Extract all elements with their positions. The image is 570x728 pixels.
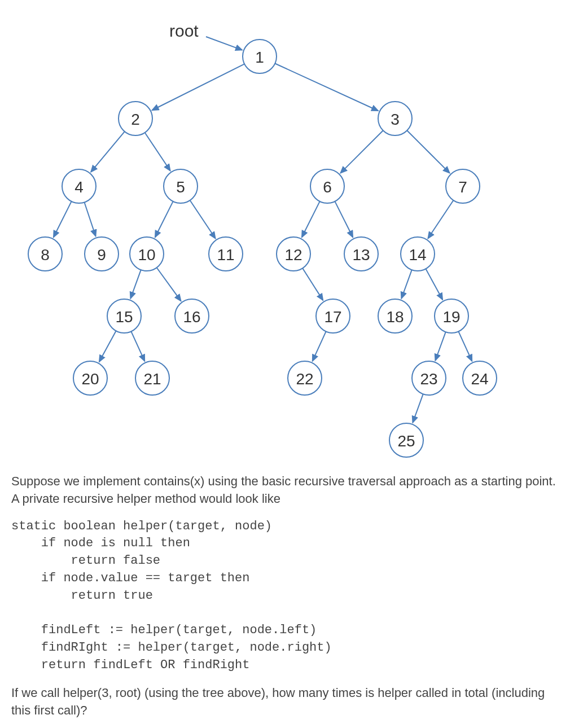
tree-node: 25: [389, 423, 423, 457]
node-value: 2: [131, 111, 140, 128]
tree-node: 10: [130, 237, 164, 271]
node-value: 15: [115, 308, 133, 326]
node-value: 8: [41, 246, 50, 264]
tree-edge: [407, 130, 449, 173]
node-value: 17: [324, 308, 341, 326]
tree-edge: [130, 270, 141, 299]
tree-node: 3: [378, 102, 412, 135]
node-value: 1: [255, 49, 264, 66]
tree-edge: [99, 331, 116, 362]
tree-node: 24: [463, 361, 497, 395]
nodes-group: 1234567891011121314151617181920212223242…: [28, 40, 497, 457]
node-value: 20: [81, 370, 99, 388]
tree-edge: [313, 331, 326, 361]
node-value: 24: [471, 370, 488, 388]
tree-edge: [84, 202, 95, 236]
tree-node: 15: [107, 299, 141, 333]
tree-edge: [401, 270, 411, 299]
tree-node: 16: [175, 299, 209, 333]
edges-group: [54, 37, 472, 423]
node-value: 9: [97, 246, 106, 264]
tree-edge: [426, 269, 442, 300]
tree-edge: [91, 131, 125, 172]
node-value: 16: [183, 308, 200, 326]
tree-edge: [335, 201, 353, 238]
tree-edge: [413, 394, 423, 423]
node-value: 13: [352, 246, 370, 264]
tree-node: 7: [446, 169, 480, 203]
node-value: 21: [143, 370, 161, 388]
node-value: 7: [458, 178, 467, 196]
tree-edge: [340, 130, 383, 173]
node-value: 25: [397, 432, 415, 450]
tree-node: 17: [316, 299, 350, 333]
node-value: 10: [138, 246, 155, 264]
node-value: 18: [386, 308, 404, 326]
code-block: static boolean helper(target, node) if n…: [11, 518, 559, 674]
paragraph-question: If we call helper(3, root) (using the tr…: [11, 685, 559, 720]
node-value: 5: [176, 178, 185, 196]
tree-edge: [275, 63, 378, 111]
tree-node: 23: [412, 361, 446, 395]
node-value: 6: [323, 178, 332, 196]
tree-edge: [155, 201, 173, 238]
tree-node: 8: [28, 237, 62, 271]
paragraph-intro: Suppose we implement contains(x) using t…: [11, 473, 559, 508]
tree-node: 9: [85, 237, 119, 271]
tree-node: 1: [243, 40, 277, 73]
tree-node: 12: [277, 237, 310, 271]
root-label: root: [169, 21, 199, 40]
tree-node: 4: [62, 169, 96, 203]
node-value: 22: [296, 370, 313, 388]
node-value: 23: [420, 370, 437, 388]
tree-edge: [145, 133, 170, 171]
tree-node: 22: [288, 361, 322, 395]
tree-edge: [302, 268, 323, 300]
node-value: 4: [74, 178, 84, 196]
tree-node: 11: [209, 237, 243, 271]
node-value: 11: [217, 246, 234, 264]
tree-svg: root 12345678910111213141516171819202122…: [11, 11, 519, 463]
tree-edge: [157, 267, 181, 301]
tree-edge: [458, 331, 472, 361]
tree-node: 2: [119, 102, 152, 135]
tree-node: 14: [401, 237, 435, 271]
tree-node: 13: [344, 237, 378, 271]
tree-node: 21: [135, 361, 169, 395]
tree-diagram: root 12345678910111213141516171819202122…: [11, 11, 559, 463]
tree-edge: [131, 331, 144, 361]
tree-edge: [435, 332, 445, 361]
tree-edge: [206, 37, 242, 50]
tree-node: 19: [435, 299, 468, 333]
node-value: 3: [391, 111, 400, 128]
tree-node: 5: [164, 169, 198, 203]
node-value: 12: [284, 246, 302, 264]
tree-edge: [302, 201, 320, 238]
tree-edge: [152, 64, 245, 110]
tree-node: 6: [310, 169, 344, 203]
node-value: 14: [409, 246, 426, 264]
tree-node: 20: [73, 361, 107, 395]
tree-node: 18: [378, 299, 412, 333]
node-value: 19: [442, 308, 460, 326]
tree-edge: [54, 201, 72, 238]
tree-edge: [428, 200, 453, 239]
tree-edge: [190, 200, 216, 239]
